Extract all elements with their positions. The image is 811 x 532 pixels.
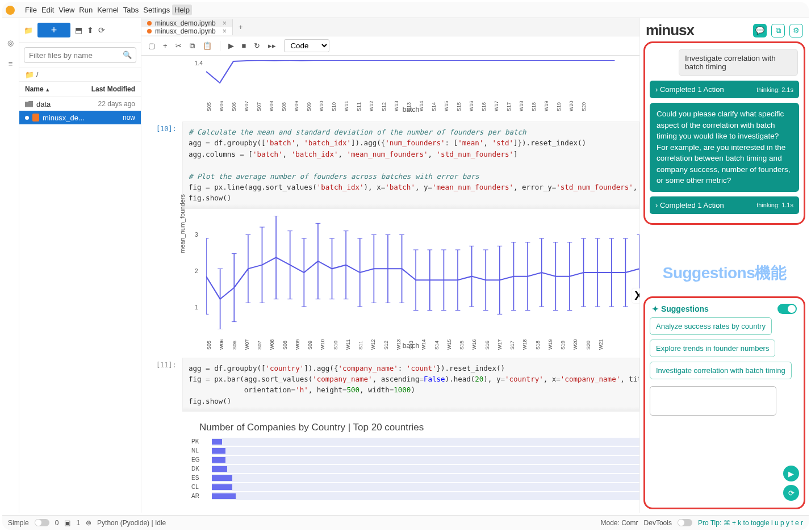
plot-output-1: mean_num_founders 1 2 3 S05W06S06W07S07W…	[182, 216, 639, 350]
menu-settings[interactable]: Settings	[141, 5, 172, 15]
action-status[interactable]: › Completed 1 Action thinking: 1.1s	[650, 196, 799, 214]
activity-rail: ◎ ≡	[2, 18, 19, 513]
run-all-icon[interactable]: ▸▸	[268, 41, 276, 50]
dirty-icon	[147, 21, 152, 26]
user-message: Investigate correlation with batch timin…	[679, 49, 798, 76]
suggestions-heading: Suggestions機能	[640, 262, 809, 284]
restart-icon[interactable]: ↻	[254, 41, 260, 50]
file-browser: 📁 + ⬒ ⬆ ⟳ 🔍 📁 / Name Last Modified data2…	[19, 18, 141, 513]
copy-icon[interactable]: ⧉	[190, 41, 195, 51]
paste-icon[interactable]: 📋	[203, 41, 212, 50]
status-bar: Simple 0 ▣ 1 ⊚ Python (Pyodide) | Idle M…	[2, 515, 809, 530]
menu-help[interactable]: Help	[172, 5, 192, 15]
tab-bar: minusx_demo.ipynb×minusx_demo.ipynb× +	[141, 18, 639, 36]
new-button[interactable]: +	[37, 23, 70, 37]
brand-logo: minusx	[646, 22, 694, 39]
notebook-toolbar: ▢ + ✂ ⧉ 📋 ▶ ■ ↻ ▸▸ Code	[141, 36, 639, 56]
notebook-tab[interactable]: minusx_demo.ipynb×	[141, 19, 233, 27]
breadcrumb[interactable]: 📁 /	[19, 68, 141, 82]
list-icon[interactable]: ≡	[9, 60, 13, 68]
file-row[interactable]: data22 days ago	[19, 97, 141, 111]
cell-prompt: [10]:	[148, 122, 182, 209]
dirty-icon	[147, 29, 152, 33]
menu-run[interactable]: Run	[77, 5, 95, 15]
add-tab-button[interactable]: +	[233, 23, 249, 31]
side-panel: minusx 💬 ⧉ ⚙ Investigate correlation wit…	[640, 18, 809, 513]
folder-icon	[25, 101, 33, 107]
notebook-area: minusx_demo.ipynb×minusx_demo.ipynb× + ▢…	[141, 18, 640, 513]
add-cell-icon[interactable]: +	[163, 41, 168, 50]
close-icon[interactable]: ×	[219, 27, 227, 35]
close-icon[interactable]: ×	[219, 19, 227, 27]
suggestion-chip[interactable]: Analyze success rates by country	[650, 317, 772, 335]
suggestion-chip[interactable]: Explore trends in founder numbers	[650, 340, 775, 357]
jupyter-logo-icon	[6, 6, 15, 15]
save-icon[interactable]: ▢	[148, 41, 155, 50]
stop-icon[interactable]: ■	[242, 41, 246, 50]
ai-message: Could you please clarify what specific a…	[650, 103, 799, 192]
suggestion-chip[interactable]: Investigate correlation with batch timin…	[650, 362, 792, 379]
chat-highlight-box: Investigate correlation with batch timin…	[643, 41, 805, 225]
notebook-icon	[32, 114, 39, 122]
cut-icon[interactable]: ✂	[175, 41, 182, 50]
chart-title: Number of Companies by Country | Top 20 …	[182, 416, 639, 438]
file-row[interactable]: minusx_de...now	[19, 111, 141, 124]
upload-folder-icon[interactable]: ⬒	[75, 26, 82, 35]
simple-toggle[interactable]	[35, 519, 49, 526]
refresh-icon[interactable]: ⟳	[98, 26, 105, 35]
plot-output-0: 1.4 S05W06S06W07S07W08S08W09S09W10S10W11…	[182, 60, 639, 114]
terminal-icon[interactable]: ▣	[64, 519, 70, 527]
menu-file[interactable]: File	[23, 5, 39, 15]
cell-prompt: [11]:	[148, 358, 182, 412]
file-list-header[interactable]: Name Last Modified	[19, 82, 141, 97]
code-cell[interactable]: agg = df.groupby(['country']).agg({'comp…	[182, 358, 639, 412]
plot-output-2: PKNLEGDKESCLAR	[212, 438, 639, 506]
suggestions-toggle[interactable]	[777, 304, 797, 314]
upload-icon[interactable]: ⬆	[87, 26, 94, 35]
devtools-toggle[interactable]	[678, 519, 692, 526]
action-status[interactable]: › Completed 1 Action thinking: 2.1s	[650, 81, 799, 98]
notebook-tab[interactable]: minusx_demo.ipynb×	[141, 27, 233, 35]
search-icon: 🔍	[123, 51, 132, 59]
code-cell[interactable]: # Calculate the mean and standard deviat…	[182, 122, 639, 209]
chat-icon[interactable]: 💬	[753, 24, 767, 37]
send-button[interactable]: ▶	[783, 466, 799, 481]
menu-bar: FileEditViewRunKernelTabsSettingsHelp	[2, 2, 809, 18]
floating-x-icon[interactable]: X	[632, 288, 639, 303]
kernel-status[interactable]: Python (Pyodide) | Idle	[97, 519, 166, 527]
regen-button[interactable]: ⟳	[783, 485, 799, 501]
chat-input[interactable]	[650, 386, 776, 416]
file-filter-input[interactable]	[24, 47, 136, 63]
select-icon[interactable]: ⧉	[771, 24, 785, 37]
menu-kernel[interactable]: Kernel	[95, 5, 121, 15]
menu-view[interactable]: View	[56, 5, 77, 15]
menu-tabs[interactable]: Tabs	[121, 5, 141, 15]
target-icon[interactable]: ◎	[7, 39, 14, 47]
run-icon[interactable]: ▶	[228, 41, 234, 50]
menu-edit[interactable]: Edit	[39, 5, 56, 15]
folder-open-icon[interactable]: 📁	[24, 26, 33, 35]
kernel-icon: ⊚	[86, 519, 91, 527]
cell-type-select[interactable]: Code	[284, 39, 329, 52]
settings-icon[interactable]: ⚙	[789, 24, 803, 37]
suggestions-highlight-box: ✦ Suggestions Analyze success rates by c…	[643, 296, 805, 509]
